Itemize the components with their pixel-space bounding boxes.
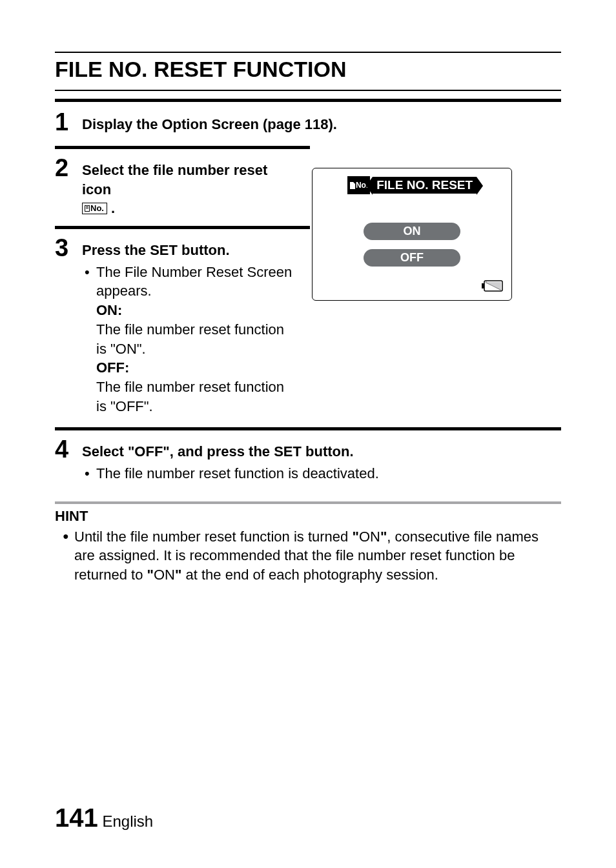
svg-rect-2: [86, 207, 88, 207]
rule: [55, 146, 310, 149]
hint-on-2: ON: [154, 567, 175, 583]
option-on: ON: [364, 223, 460, 240]
rule: [55, 427, 561, 430]
step-3-heading: Press the SET button.: [82, 241, 294, 260]
off-desc: The file number reset function is "OFF".: [96, 379, 284, 414]
step-4: 4 Select "OFF", and press the SET button…: [55, 436, 561, 483]
rule: [55, 226, 310, 229]
on-label: ON:: [96, 302, 122, 318]
quote: ": [380, 529, 387, 545]
svg-rect-5: [482, 283, 484, 288]
rule: [55, 99, 561, 102]
on-desc: The file number reset function is "ON".: [96, 321, 284, 357]
step-1-text: Display the Option Screen (page 118).: [82, 116, 337, 132]
page-number: 141: [55, 803, 98, 832]
step-number: 3: [55, 234, 82, 260]
step-4-bullet: The file number reset function is deacti…: [96, 464, 561, 483]
device-screen: No. FILE NO. RESET ON OFF: [312, 168, 512, 301]
step-2: 2 Select the file number reset icon No. …: [55, 154, 294, 218]
off-label: OFF:: [96, 359, 129, 376]
step-number: 2: [55, 154, 82, 180]
bullet-dot: ●: [63, 527, 74, 585]
step-2-text-a: Select the file number reset icon: [82, 162, 267, 197]
bullet-dot: •: [85, 263, 96, 416]
step-2-text-b: .: [111, 200, 115, 216]
hint-on: ON: [359, 529, 380, 545]
quote: ": [175, 567, 181, 583]
step-number: 1: [55, 108, 82, 134]
step-3-bullet: The File Number Reset Screen appears.: [96, 264, 292, 299]
hint-rule: [55, 501, 561, 504]
hint-text-a: Until the file number reset function is …: [74, 529, 352, 545]
quote: ": [147, 567, 154, 583]
page-language: English: [102, 812, 153, 830]
screen-title: FILE NO. RESET: [373, 177, 477, 194]
option-off: OFF: [364, 249, 460, 267]
hint-title: HINT: [55, 508, 561, 525]
quote: ": [352, 529, 358, 545]
step-1: 1 Display the Option Screen (page 118).: [55, 108, 561, 134]
battery-icon: [482, 279, 504, 292]
step-3: 3 Press the SET button. • The File Numbe…: [55, 234, 294, 416]
step-4-heading: Select "OFF", and press the SET button.: [82, 442, 561, 461]
page-title: FILE NO. RESET FUNCTION: [55, 52, 561, 91]
page-footer: 141 English: [55, 803, 153, 833]
file-no-icon: No.: [82, 203, 107, 214]
bullet-dot: •: [85, 464, 96, 483]
step-number: 4: [55, 436, 82, 461]
svg-rect-3: [86, 208, 88, 208]
hint-text-c: at the end of each photography session.: [181, 567, 438, 583]
hint-bullet: ● Until the file number reset function i…: [55, 527, 561, 585]
